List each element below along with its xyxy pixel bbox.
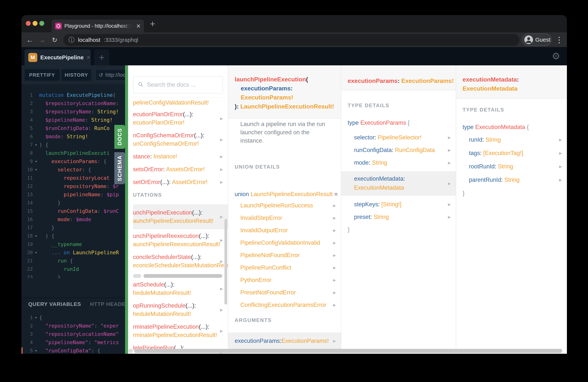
expand-arrow-icon[interactable]: ▶: [220, 152, 223, 161]
expand-arrow-icon[interactable]: ▶: [559, 176, 562, 184]
expand-arrow-icon[interactable]: ▶: [333, 239, 336, 247]
fold-icon[interactable]: ▾: [33, 141, 39, 149]
doc-row[interactable]: nConfigSchemaOrError(...):unConfigSchema…: [133, 131, 228, 148]
doc-row[interactable]: concileSchedulerState(...):econcileSched…: [133, 253, 228, 270]
union-member-InvalidOutputError[interactable]: InvalidOutputError▶: [228, 226, 341, 234]
docs-horizontal-scrollbar[interactable]: [134, 349, 562, 353]
expand-arrow-icon[interactable]: ▶: [220, 165, 223, 173]
tab-http-headers[interactable]: HTTP HEADERS: [90, 301, 125, 307]
union-member-InvalidStepError[interactable]: InvalidStepError▶: [228, 214, 341, 222]
doc-row[interactable]: rminatePipelineExecution(...):rminatePip…: [133, 323, 228, 339]
code-line-12[interactable]: 12 repositoryName: $r: [21, 182, 125, 191]
expand-arrow-icon[interactable]: ▶: [220, 178, 223, 186]
code-line-3[interactable]: 3 $repositoryName: String!: [21, 107, 125, 116]
code-line-4[interactable]: 4 $pipelineName: String!: [21, 116, 125, 124]
code-line-21[interactable]: 21 run {: [21, 257, 125, 265]
doc-row[interactable]: unchPipelineReexecution(...):aunchPipeli…: [133, 232, 228, 249]
code-line-16[interactable]: 16 mode: $mode: [21, 215, 125, 224]
doc-row[interactable]: setsOrError: AssetsOrError!▶: [133, 165, 228, 173]
code-line-2[interactable]: 2 "repositoryName": "exper: [21, 322, 125, 330]
fold-icon[interactable]: ▾: [33, 232, 39, 240]
code-line-23[interactable]: 23 }: [21, 273, 125, 278]
docs-search[interactable]: [133, 76, 223, 93]
query-editor[interactable]: 1mutation ExecutePipeline(2 $repositoryL…: [21, 84, 125, 278]
code-line-5[interactable]: 5 $runConfigData: RunCo: [21, 124, 125, 132]
code-line-6[interactable]: 6 $mode: String!: [21, 132, 125, 141]
history-button[interactable]: HISTORY: [62, 69, 91, 81]
variables-editor[interactable]: 1▾{2 "repositoryName": "exper3 "reposito…: [21, 310, 125, 354]
profile-button[interactable]: Guest: [522, 34, 551, 46]
code-line-7[interactable]: 7▾) {: [21, 141, 125, 149]
fold-icon[interactable]: ▾: [33, 249, 39, 257]
expand-arrow-icon[interactable]: ▶: [448, 133, 451, 142]
list-horizontal-scrollbar[interactable]: [133, 274, 222, 278]
reload-icon[interactable]: ↻: [50, 35, 60, 45]
expand-arrow-icon[interactable]: ▶: [333, 263, 336, 272]
expand-arrow-icon[interactable]: ▶: [559, 136, 562, 144]
doc-row[interactable]: setOrError(...): AssetOrError!▶: [133, 178, 228, 186]
expand-arrow-icon[interactable]: ▶: [333, 301, 336, 309]
playground-tab[interactable]: M ExecutePipeline ×: [24, 49, 91, 65]
close-tab-icon[interactable]: ×: [136, 22, 141, 30]
fold-icon[interactable]: ▾: [33, 157, 39, 166]
type-field-selected-executionMetadata[interactable]: executionMetadata:ExecutionMetadata▶: [341, 171, 456, 196]
code-line-1[interactable]: 1▾{: [21, 314, 125, 322]
doc-row[interactable]: ecutionPlanOrError(...):ecutionPlanOrErr…: [133, 110, 228, 127]
expand-arrow-icon[interactable]: ▶: [333, 288, 336, 297]
code-line-5[interactable]: 5▾ "runConfigData": {: [21, 347, 125, 354]
tab-query-variables[interactable]: QUERY VARIABLES: [28, 301, 81, 307]
union-member-ConflictingExecutionParamsError[interactable]: ConflictingExecutionParamsError▶: [228, 301, 341, 309]
doc-row[interactable]: opRunningSchedule(...):heduleMutationRes…: [133, 301, 228, 318]
search-input[interactable]: [147, 81, 222, 88]
expand-arrow-icon[interactable]: ▶: [448, 213, 451, 221]
expand-arrow-icon[interactable]: ▶: [559, 162, 562, 171]
code-line-14[interactable]: 14 }: [21, 199, 125, 207]
address-bar[interactable]: ⓘ localhost:3333/graphql: [63, 34, 520, 46]
union-member-PythonError[interactable]: PythonError▶: [228, 276, 341, 284]
docs-panel-edge[interactable]: [125, 65, 128, 354]
browser-menu-icon[interactable]: ⋮: [555, 34, 563, 45]
column-vertical-scrollbar[interactable]: [225, 219, 227, 305]
type-field-stepKeys[interactable]: stepKeys: [String!]▶: [341, 200, 456, 209]
union-member-PresetNotFoundError[interactable]: PresetNotFoundError▶: [228, 288, 341, 297]
type-field-runId[interactable]: runId: String▶: [456, 136, 567, 144]
expand-arrow-icon[interactable]: ▶: [333, 226, 336, 234]
expand-arrow-icon[interactable]: ▶: [559, 149, 562, 157]
fold-icon[interactable]: ▾: [33, 166, 39, 174]
zoom-window-button[interactable]: [39, 21, 44, 26]
new-playground-tab-button[interactable]: +: [94, 49, 109, 65]
code-line-3[interactable]: 3 "repositoryLocationName": [21, 330, 125, 338]
doc-row[interactable]: stance: Instance!▶: [133, 152, 228, 161]
union-member-PipelineNotFoundError[interactable]: PipelineNotFoundError▶: [228, 251, 341, 259]
expand-arrow-icon[interactable]: ▶: [220, 236, 223, 244]
expand-arrow-icon[interactable]: ▶: [220, 327, 223, 335]
type-field-parentRunId[interactable]: parentRunId: String▶: [456, 176, 567, 184]
union-member-LaunchPipelineRunSuccess[interactable]: LaunchPipelineRunSuccess▶: [228, 201, 341, 210]
tab-docs[interactable]: DOCS: [114, 125, 125, 149]
code-line-17[interactable]: 17 }: [21, 224, 125, 232]
expand-arrow-icon[interactable]: ▶: [220, 135, 223, 144]
code-line-9[interactable]: 9▾ executionParams: {: [21, 157, 125, 166]
type-field-runConfigData[interactable]: runConfigData: RunConfigData▶: [341, 146, 456, 154]
settings-gear-icon[interactable]: ⚙: [550, 49, 562, 63]
type-field-preset[interactable]: preset: String▶: [341, 213, 456, 221]
expand-arrow-icon[interactable]: ▶: [448, 200, 451, 209]
expand-arrow-icon[interactable]: ▶: [333, 276, 336, 284]
forward-icon[interactable]: →: [37, 35, 47, 45]
expand-arrow-icon[interactable]: ▶: [333, 339, 336, 343]
doc-row[interactable]: artSchedule(...):heduleMutationResult!▶: [133, 280, 228, 297]
code-line-8[interactable]: 8 launchPipelineExecuti: [21, 149, 125, 157]
expand-arrow-icon[interactable]: ▶: [220, 114, 223, 123]
code-line-20[interactable]: 20▾ ... on LaunchPipelineR: [21, 249, 125, 257]
new-tab-button[interactable]: +: [147, 18, 159, 30]
expand-arrow-icon[interactable]: ▶: [220, 285, 223, 293]
code-line-18[interactable]: 18▾ ) {: [21, 232, 125, 240]
expand-arrow-icon[interactable]: ▶: [448, 146, 451, 154]
browser-tab[interactable]: Playground - http://localhost:3 ×: [52, 20, 144, 32]
type-field-tags[interactable]: tags: [ExecutionTag!]▶: [456, 149, 567, 157]
expand-arrow-icon[interactable]: ▶: [448, 179, 451, 188]
code-line-10[interactable]: 10▾ selector: {: [21, 166, 125, 174]
code-line-4[interactable]: 4 "pipelineName": "metrics: [21, 338, 125, 347]
close-window-button[interactable]: [26, 21, 31, 26]
argument-row-executionParams[interactable]: executionParams: ExecutionParams! ▶: [228, 333, 341, 349]
